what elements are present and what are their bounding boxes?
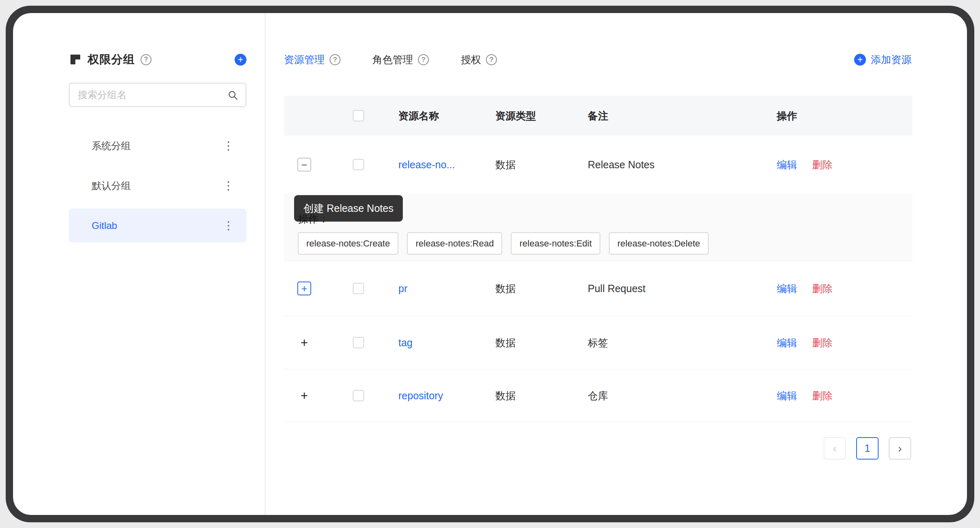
tab-label: 资源管理	[284, 53, 325, 66]
prev-page-button[interactable]: ‹	[824, 437, 846, 460]
row-checkbox[interactable]	[353, 390, 364, 401]
resource-remark: Pull Request	[588, 283, 646, 295]
sidebar-header: 权限分组 ? +	[69, 49, 246, 70]
permission-chip-list: release-notes:Create release-notes:Read …	[298, 232, 709, 255]
add-resource-button[interactable]: + 添加资源	[854, 53, 912, 66]
resource-remark: Release Notes	[588, 159, 655, 171]
col-type: 资源类型	[495, 109, 536, 123]
resource-name-link[interactable]: tag	[398, 337, 413, 349]
tooltip-create-release-notes: 创建 Release Notes	[294, 195, 403, 222]
group-item-default[interactable]: 默认分组 ⋮	[69, 169, 246, 202]
expand-row-button[interactable]: +	[297, 336, 311, 350]
help-icon[interactable]: ?	[486, 54, 497, 65]
search-icon	[227, 90, 238, 101]
more-icon[interactable]: ⋮	[223, 140, 234, 152]
app-window: 权限分组 ? + 系统分组 ⋮ 默认分组 ⋮	[13, 13, 967, 515]
sidebar-divider	[265, 13, 266, 515]
edit-button[interactable]: 编辑	[777, 158, 797, 172]
resource-type: 数据	[495, 389, 516, 403]
sidebar-title: 权限分组	[88, 52, 135, 67]
group-list: 系统分组 ⋮ 默认分组 ⋮ Gitlab ⋮	[69, 129, 246, 242]
tab-resources[interactable]: 资源管理 ?	[284, 53, 341, 66]
table-row: − release-no... 数据 Release Notes 编辑 删除	[284, 136, 912, 194]
app-logo-icon	[69, 53, 82, 66]
window-frame: 权限分组 ? + 系统分组 ⋮ 默认分组 ⋮	[6, 6, 974, 522]
resource-remark: 仓库	[588, 389, 608, 403]
delete-button[interactable]: 删除	[812, 336, 833, 350]
plus-icon: +	[854, 54, 866, 66]
next-page-button[interactable]: ›	[889, 437, 911, 460]
resource-type: 数据	[495, 336, 516, 350]
resource-name-link[interactable]: repository	[398, 390, 443, 402]
permission-chip: release-notes:Delete	[609, 232, 709, 255]
permission-chip: release-notes:Edit	[511, 232, 600, 255]
help-icon[interactable]: ?	[330, 54, 341, 65]
edit-button[interactable]: 编辑	[777, 282, 797, 295]
delete-button[interactable]: 删除	[812, 389, 833, 403]
delete-button[interactable]: 删除	[812, 158, 833, 172]
more-icon[interactable]: ⋮	[223, 220, 234, 231]
col-remark: 备注	[588, 109, 608, 123]
col-actions: 操作	[777, 109, 797, 123]
expand-row-button[interactable]: +	[297, 282, 311, 295]
more-icon[interactable]: ⋮	[223, 180, 234, 191]
table-row: + pr 数据 Pull Request 编辑 删除	[284, 261, 912, 316]
permission-chip: release-notes:Read	[407, 232, 502, 255]
group-item-gitlab[interactable]: Gitlab ⋮	[69, 209, 246, 242]
group-item-label: 系统分组	[92, 139, 131, 152]
tab-label: 授权	[461, 53, 481, 66]
resource-table: 资源名称 资源类型 备注 操作 − release-no... 数据 Relea…	[284, 96, 912, 422]
tab-roles[interactable]: 角色管理 ?	[372, 53, 429, 66]
row-checkbox[interactable]	[353, 283, 364, 294]
pagination: ‹ 1 ›	[824, 437, 911, 460]
edit-button[interactable]: 编辑	[777, 389, 797, 403]
col-name: 资源名称	[398, 109, 439, 123]
expand-row-button[interactable]: +	[297, 389, 311, 403]
permission-groups-sidebar: 权限分组 ? + 系统分组 ⋮ 默认分组 ⋮	[69, 49, 246, 249]
help-icon[interactable]: ?	[141, 54, 152, 65]
select-all-checkbox[interactable]	[353, 110, 364, 121]
resource-management-panel: 资源管理 ? 角色管理 ? 授权 ? + 添加资源	[284, 13, 912, 515]
collapse-row-button[interactable]: −	[297, 158, 311, 172]
group-item-label: 默认分组	[92, 179, 131, 192]
resource-type: 数据	[495, 158, 516, 172]
delete-button[interactable]: 删除	[812, 282, 833, 295]
help-icon[interactable]: ?	[418, 54, 429, 65]
group-item-system[interactable]: 系统分组 ⋮	[69, 129, 246, 163]
resource-type: 数据	[495, 282, 516, 295]
add-resource-label: 添加资源	[871, 53, 912, 66]
edit-button[interactable]: 编辑	[777, 336, 797, 350]
table-row: + repository 数据 仓库 编辑 删除	[284, 369, 912, 422]
add-group-button[interactable]: +	[235, 54, 246, 66]
tab-authorization[interactable]: 授权 ?	[461, 53, 497, 66]
group-item-label: Gitlab	[92, 220, 117, 231]
group-search-box	[69, 83, 246, 107]
tab-bar: 资源管理 ? 角色管理 ? 授权 ?	[284, 53, 497, 66]
group-search-input[interactable]	[78, 89, 227, 101]
tab-label: 角色管理	[372, 53, 413, 66]
row-checkbox[interactable]	[353, 337, 364, 348]
resource-name-link[interactable]: release-no...	[398, 159, 455, 171]
page-1-button[interactable]: 1	[856, 437, 879, 460]
permission-chip: release-notes:Create	[298, 232, 398, 255]
table-row: + tag 数据 标签 编辑 删除	[284, 316, 912, 369]
table-header-row: 资源名称 资源类型 备注 操作	[284, 96, 912, 136]
resource-name-link[interactable]: pr	[398, 283, 407, 295]
resource-remark: 标签	[588, 336, 608, 350]
row-checkbox[interactable]	[353, 159, 364, 170]
